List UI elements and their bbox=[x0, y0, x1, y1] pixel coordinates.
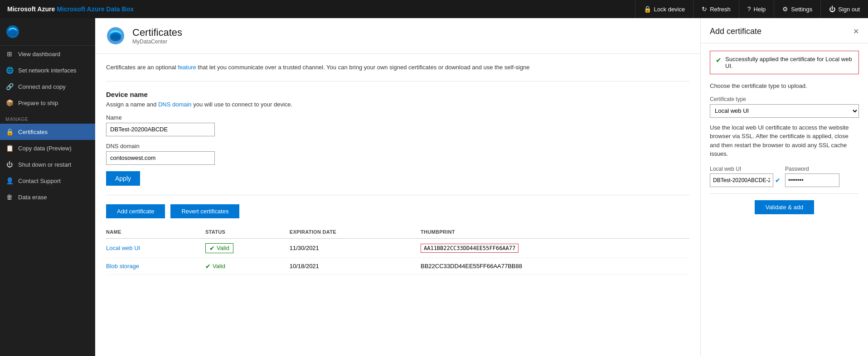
dns-link[interactable]: DNS domain bbox=[158, 101, 192, 108]
app-title: Microsoft Azure Microsoft Azure Data Box bbox=[7, 5, 134, 13]
panel-title: Add certificate bbox=[710, 27, 761, 36]
svg-point-7 bbox=[110, 34, 121, 41]
status-dot-icon-2: ✔ bbox=[205, 263, 211, 270]
local-web-ui-input[interactable] bbox=[710, 173, 773, 187]
panel-body: ✔ Successfully applied the certificate f… bbox=[701, 43, 868, 221]
local-web-ui-field-group: Local web UI ✔ bbox=[710, 166, 781, 187]
sidebar-item-shutdown-restart[interactable]: ⏻ Shut down or restart bbox=[0, 156, 95, 173]
refresh-icon: ↻ bbox=[702, 5, 707, 13]
password-field-group: Password bbox=[785, 166, 839, 187]
copy-data-icon: 📋 bbox=[5, 144, 14, 152]
sidebar-item-contact-support[interactable]: 👤 Contact Support bbox=[0, 173, 95, 189]
refresh-button[interactable]: ↻ Refresh bbox=[693, 0, 739, 18]
sidebar-item-data-erase[interactable]: 🗑 Data erase bbox=[0, 189, 95, 205]
sidebar-item-connect-copy[interactable]: 🔗 Connect and copy bbox=[0, 78, 95, 95]
cert-thumbprint-local-web-ui: AA11BB22CC33DD44EE55FF66AA77 bbox=[421, 238, 689, 258]
page-header-text: Certificates MyDataCenter bbox=[132, 27, 182, 45]
page-body: Certificates are an optional feature tha… bbox=[95, 54, 700, 284]
settings-icon: ⚙ bbox=[782, 5, 788, 13]
sidebar-brand bbox=[0, 18, 95, 46]
sidebar-item-certificates[interactable]: 🔒 Certificates bbox=[0, 124, 95, 140]
help-icon: ? bbox=[747, 5, 751, 13]
page-title: Certificates bbox=[132, 27, 182, 38]
lock-icon: 🔒 bbox=[644, 5, 651, 13]
col-thumbprint: THUMBPRINT bbox=[421, 226, 689, 239]
network-icon: 🌐 bbox=[5, 67, 14, 74]
cert-link-blob-storage[interactable]: Blob storage bbox=[106, 263, 139, 269]
validate-add-button[interactable]: Validate & add bbox=[755, 200, 815, 214]
settings-button[interactable]: ⚙ Settings bbox=[774, 0, 820, 18]
cert-type-description: Use the local web UI certificate to acce… bbox=[710, 123, 859, 159]
right-panel: Add certificate ✕ ✔ Successfully applied… bbox=[700, 18, 868, 356]
page-header-icon bbox=[106, 26, 125, 45]
content-area: Certificates MyDataCenter Certificates a… bbox=[95, 18, 868, 356]
add-certificate-button[interactable]: Add certificate bbox=[106, 204, 165, 218]
page-header: Certificates MyDataCenter bbox=[95, 18, 700, 54]
page-description: Certificates are an optional feature tha… bbox=[106, 63, 689, 72]
brand-icon bbox=[5, 24, 20, 39]
main-content: Certificates MyDataCenter Certificates a… bbox=[95, 18, 700, 356]
panel-divider bbox=[710, 193, 859, 194]
support-icon: 👤 bbox=[5, 177, 14, 184]
page-subtitle: MyDataCenter bbox=[132, 38, 182, 45]
status-badge-blob-storage: ✔ Valid bbox=[205, 263, 225, 270]
status-dot-icon: ✔ bbox=[209, 245, 215, 252]
cert-name-local-web-ui: Local web UI bbox=[106, 238, 205, 258]
name-input[interactable] bbox=[106, 123, 215, 136]
help-button[interactable]: ? Help bbox=[739, 0, 774, 18]
divider-1 bbox=[106, 81, 689, 82]
success-icon: ✔ bbox=[716, 56, 722, 64]
cert-name-blob-storage: Blob storage bbox=[106, 258, 205, 274]
col-expiration: EXPIRATION DATE bbox=[290, 226, 421, 239]
cert-type-select[interactable]: Local web UI Blob storage Azure Resource… bbox=[710, 104, 859, 118]
cert-type-label: Certificate type bbox=[710, 96, 859, 102]
sidebar-item-copy-data[interactable]: 📋 Copy data (Preview) bbox=[0, 140, 95, 156]
cert-expiration-blob-storage: 10/18/2021 bbox=[290, 258, 421, 274]
shutdown-icon: ⏻ bbox=[5, 161, 14, 168]
choose-cert-text: Choose the certificate type to upload. bbox=[710, 82, 859, 91]
local-web-ui-label: Local web UI bbox=[710, 166, 781, 172]
device-name-desc: Assign a name and DNS domain you will us… bbox=[106, 101, 689, 108]
svg-point-3 bbox=[9, 30, 17, 36]
dns-input[interactable] bbox=[106, 151, 215, 165]
table-header-row: NAME STATUS EXPIRATION DATE THUMBPRINT bbox=[106, 226, 689, 239]
certificates-table: NAME STATUS EXPIRATION DATE THUMBPRINT L… bbox=[106, 226, 689, 275]
connect-icon: 🔗 bbox=[5, 83, 14, 90]
status-badge-local-web-ui: ✔ Valid bbox=[205, 243, 233, 253]
check-icon: ✔ bbox=[775, 177, 781, 184]
signout-icon: ⏻ bbox=[829, 5, 835, 13]
password-label: Password bbox=[785, 166, 839, 172]
table-row: Blob storage ✔ Valid 10/18/2021 BB22CC33 bbox=[106, 258, 689, 274]
divider-2 bbox=[106, 195, 689, 195]
panel-header: Add certificate ✕ bbox=[701, 18, 868, 43]
sidebar: ⊞ View dashboard 🌐 Set network interface… bbox=[0, 18, 95, 356]
table-row: Local web UI ✔ Valid 11/30/2021 AA11BB22 bbox=[106, 238, 689, 258]
dns-label: DNS domain bbox=[106, 143, 689, 149]
apply-button[interactable]: Apply bbox=[106, 171, 140, 186]
feature-link[interactable]: feature bbox=[178, 64, 196, 71]
sidebar-item-view-dashboard[interactable]: ⊞ View dashboard bbox=[0, 46, 95, 62]
col-status: STATUS bbox=[205, 226, 290, 239]
dashboard-icon: ⊞ bbox=[5, 50, 14, 58]
panel-close-button[interactable]: ✕ bbox=[851, 25, 861, 38]
revert-certificates-button[interactable]: Revert certificates bbox=[170, 204, 239, 218]
local-web-ui-input-group: ✔ bbox=[710, 173, 781, 187]
certificates-icon: 🔒 bbox=[5, 128, 14, 135]
signout-button[interactable]: ⏻ Sign out bbox=[820, 0, 868, 18]
thumbprint-badge-local-web-ui: AA11BB22CC33DD44EE55FF66AA77 bbox=[421, 244, 519, 253]
password-input[interactable] bbox=[785, 173, 839, 187]
lock-device-button[interactable]: 🔒 Lock device bbox=[635, 0, 693, 18]
cert-status-local-web-ui: ✔ Valid bbox=[205, 238, 290, 258]
panel-fields-row: Local web UI ✔ Password bbox=[710, 166, 859, 187]
sidebar-item-prepare-ship[interactable]: 📦 Prepare to ship bbox=[0, 95, 95, 111]
topbar: Microsoft Azure Microsoft Azure Data Box… bbox=[0, 0, 868, 18]
success-message: Successfully applied the certificate for… bbox=[725, 56, 853, 69]
cert-status-blob-storage: ✔ Valid bbox=[205, 258, 290, 274]
cert-actions: Add certificate Revert certificates bbox=[106, 204, 689, 218]
topbar-actions: 🔒 Lock device ↻ Refresh ? Help ⚙ Setting… bbox=[635, 0, 868, 18]
main-layout: ⊞ View dashboard 🌐 Set network interface… bbox=[0, 18, 868, 356]
sidebar-item-set-network[interactable]: 🌐 Set network interfaces bbox=[0, 62, 95, 78]
cert-thumbprint-blob-storage: BB22CC33DD44EE55FF66AA77BB88 bbox=[421, 258, 689, 274]
success-banner: ✔ Successfully applied the certificate f… bbox=[710, 51, 859, 74]
cert-link-local-web-ui[interactable]: Local web UI bbox=[106, 245, 140, 251]
